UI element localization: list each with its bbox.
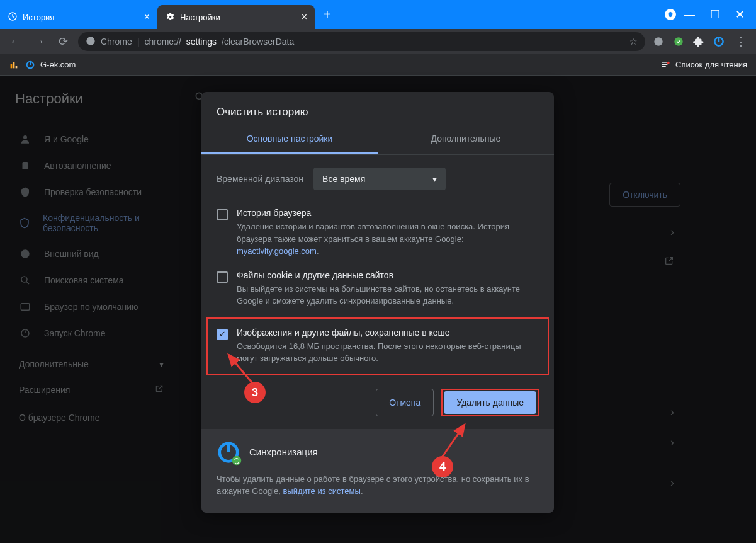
forward-button[interactable]: → bbox=[30, 35, 48, 49]
bookmark-label: G-ek.com bbox=[40, 60, 76, 69]
cookies-title: Файлы cookie и другие данные сайтов bbox=[237, 270, 539, 280]
time-range-select[interactable]: Все время ▾ bbox=[313, 168, 446, 190]
annotation-badge-4: 4 bbox=[432, 456, 453, 477]
history-desc: Удаление истории и вариантов автозаполне… bbox=[237, 220, 539, 258]
annotation-badge-3: 3 bbox=[244, 382, 266, 403]
history-title: История браузера bbox=[237, 208, 539, 218]
extension-icon[interactable] bbox=[652, 35, 665, 49]
tab-label: Настройки bbox=[180, 13, 220, 22]
cookies-desc: Вы выйдете из системы на большинстве сай… bbox=[237, 283, 539, 307]
svg-point-12 bbox=[667, 61, 670, 64]
cancel-button[interactable]: Отмена bbox=[376, 389, 434, 416]
sync-desc: Чтобы удалить данные о работе в браузере… bbox=[217, 473, 539, 498]
bookmark-item[interactable]: G-ek.com bbox=[25, 60, 76, 70]
tab-advanced[interactable]: Дополнительные bbox=[378, 125, 554, 154]
sync-label: Синхронизация bbox=[249, 447, 318, 457]
chevron-down-icon: ▾ bbox=[432, 174, 437, 184]
new-tab-button[interactable]: + bbox=[324, 8, 331, 22]
time-range-row: Временной диапазон Все время ▾ bbox=[201, 155, 554, 203]
account-badge-icon[interactable] bbox=[665, 9, 676, 20]
cache-desc: Освободится 16,8 МБ пространства. После … bbox=[237, 340, 539, 365]
reading-list-label: Список для чтения bbox=[675, 60, 747, 69]
close-window-button[interactable]: ✕ bbox=[735, 8, 745, 21]
myactivity-link[interactable]: myactivity.google.com bbox=[237, 246, 317, 256]
sign-out-link[interactable]: выйдите из системы bbox=[283, 486, 360, 496]
time-range-value: Все время bbox=[322, 174, 365, 184]
history-checkbox[interactable] bbox=[217, 209, 228, 220]
gear-icon bbox=[165, 11, 175, 23]
close-icon[interactable]: × bbox=[302, 11, 307, 23]
svg-point-1 bbox=[86, 37, 94, 45]
address-bar[interactable]: Chrome | chrome://settings/clearBrowserD… bbox=[78, 32, 645, 51]
bookmark-item[interactable] bbox=[9, 60, 19, 70]
bookmark-star-icon[interactable]: ☆ bbox=[629, 37, 638, 47]
dialog-tabs: Основные настройки Дополнительные bbox=[201, 125, 554, 155]
svg-rect-5 bbox=[11, 64, 13, 68]
url-part: chrome:// bbox=[144, 37, 181, 47]
tab-history[interactable]: История × bbox=[0, 5, 157, 29]
minimize-button[interactable]: — bbox=[684, 8, 695, 21]
cache-checkbox[interactable]: ✓ bbox=[217, 329, 228, 340]
cache-checkbox-row: ✓ Изображения и другие файлы, сохраненны… bbox=[206, 317, 549, 375]
svg-rect-10 bbox=[662, 64, 667, 64]
svg-rect-6 bbox=[13, 62, 15, 68]
close-icon[interactable]: × bbox=[144, 11, 150, 23]
sync-icon bbox=[217, 440, 240, 464]
reading-list-button[interactable]: Список для чтения bbox=[660, 60, 747, 70]
site-info-icon[interactable] bbox=[86, 36, 96, 48]
extensions-puzzle-icon[interactable] bbox=[692, 35, 706, 49]
extension-icon[interactable] bbox=[712, 35, 726, 49]
clear-browsing-data-dialog: Очистить историю Основные настройки Допо… bbox=[201, 92, 554, 513]
browser-toolbar: ← → ⟳ Chrome | chrome://settings/clearBr… bbox=[0, 29, 756, 54]
time-range-label: Временной диапазон bbox=[217, 174, 303, 184]
cookies-checkbox[interactable] bbox=[217, 272, 228, 283]
window-controls: — ☐ ✕ bbox=[684, 0, 756, 29]
bookmarks-bar: G-ek.com Список для чтения bbox=[0, 54, 756, 76]
svg-rect-9 bbox=[662, 62, 667, 62]
tab-basic[interactable]: Основные настройки bbox=[201, 125, 378, 154]
chrome-menu-button[interactable]: ⋮ bbox=[732, 35, 750, 49]
sync-badge-icon bbox=[232, 455, 242, 466]
cache-title: Изображения и другие файлы, сохраненные … bbox=[237, 328, 539, 338]
back-button[interactable]: ← bbox=[6, 35, 24, 49]
extension-icon[interactable] bbox=[672, 35, 685, 49]
cookies-checkbox-row: Файлы cookie и другие данные сайтов Вы в… bbox=[201, 265, 554, 315]
window-titlebar: История × Настройки × + — ☐ ✕ bbox=[0, 0, 756, 29]
maximize-button[interactable]: ☐ bbox=[710, 8, 720, 21]
url-bright: settings bbox=[186, 37, 217, 47]
svg-rect-11 bbox=[662, 66, 666, 67]
svg-rect-7 bbox=[16, 66, 18, 68]
svg-point-2 bbox=[654, 37, 663, 46]
url-part: /clearBrowserData bbox=[222, 37, 294, 47]
site-icon bbox=[25, 60, 35, 70]
tab-settings[interactable]: Настройки × bbox=[157, 5, 315, 29]
reading-list-icon bbox=[660, 60, 670, 70]
dialog-title: Очистить историю bbox=[201, 92, 554, 125]
tab-label: История bbox=[23, 13, 54, 22]
delete-button-highlight: Удалить данные bbox=[441, 389, 539, 416]
sync-panel: Синхронизация Чтобы удалить данные о раб… bbox=[201, 429, 554, 513]
url-prefix: Chrome bbox=[101, 37, 132, 47]
history-checkbox-row: История браузера Удаление истории и вари… bbox=[201, 203, 554, 265]
site-icon bbox=[9, 60, 19, 70]
delete-data-button[interactable]: Удалить данные bbox=[444, 391, 536, 414]
history-icon bbox=[8, 11, 18, 23]
reload-button[interactable]: ⟳ bbox=[54, 35, 72, 49]
